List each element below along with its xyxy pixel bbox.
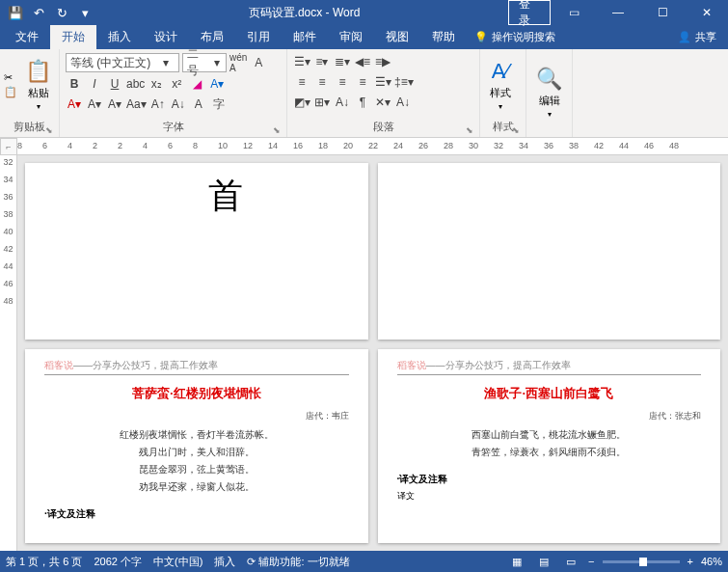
highlight-icon[interactable]: A▾ [66,95,83,113]
copy-icon[interactable]: 📋 [4,86,17,98]
tab-home[interactable]: 开始 [50,25,96,49]
tab-insert[interactable]: 插入 [96,25,143,49]
phonetic-icon[interactable]: wénA [229,54,247,71]
zoom-in-icon[interactable]: + [688,556,693,567]
login-button[interactable]: 登录 [508,0,551,25]
italic-button[interactable]: I [86,75,103,93]
group-clipboard: 剪贴板⬊ [4,119,55,135]
paragraph-launcher[interactable]: ⬊ [466,125,473,135]
clear-format-icon[interactable]: ◢ [188,75,205,93]
styles-icon: A⁄ [492,59,509,84]
increase-indent-icon[interactable]: ≡▶ [374,53,391,70]
view-web-icon[interactable]: ▭ [561,554,580,569]
page-3[interactable]: 稻客说——分享办公技巧，提高工作效率 菩萨蛮·红楼别夜堪惆怅 唐代：韦庄 红楼别… [25,349,368,543]
borders-icon[interactable]: ⊞▾ [313,94,331,111]
horizontal-ruler[interactable]: ⌐ 86422468101214161820222426283032343638… [0,138,728,155]
font-launcher[interactable]: ⬊ [273,125,281,135]
styles-launcher[interactable]: ⬊ [512,125,520,135]
status-insert[interactable]: 插入 [214,555,235,569]
find-icon: 🔍 [536,67,562,92]
distribute-icon[interactable]: ☰▾ [374,73,391,91]
editing-button[interactable]: 🔍 编辑 ▾ [530,65,568,121]
ribbon-display-icon[interactable]: ▭ [553,0,595,25]
circled-icon[interactable]: 字 [210,95,228,113]
vertical-ruler[interactable]: 323436384042444648 [0,155,17,551]
line-spacing-icon[interactable]: ‡≡▾ [394,73,414,91]
multilevel-icon[interactable]: ≣▾ [334,53,351,70]
shading-icon[interactable]: ◩▾ [293,94,310,111]
close-icon[interactable]: ✕ [686,0,728,25]
align-left-icon[interactable]: ≡ [293,73,310,91]
rtl-icon[interactable]: A↓ [394,94,412,111]
status-page[interactable]: 第 1 页，共 6 页 [6,555,82,569]
enclose-icon[interactable]: Aa▾ [126,95,147,113]
page3-header: 稻客说——分享办公技巧，提高工作效率 [44,359,349,375]
tab-references[interactable]: 引用 [235,25,282,49]
strike-button[interactable]: abc [126,75,145,93]
text-effects-icon[interactable]: A▾ [208,75,226,93]
bullets-icon[interactable]: ☰▾ [293,53,310,70]
maximize-icon[interactable]: ☐ [641,0,684,25]
superscript-button[interactable]: x² [168,75,185,93]
align-right-icon[interactable]: ≡ [334,73,351,91]
zoom-level[interactable]: 46% [701,556,722,567]
align-center-icon[interactable]: ≡ [313,73,331,91]
ltr-icon[interactable]: ✕▾ [374,94,391,111]
page3-section: ·译文及注释 [44,507,349,521]
undo-icon[interactable]: ↶ [31,5,46,20]
share-icon: 👤 [678,31,691,43]
tab-view[interactable]: 视图 [374,25,420,49]
clipboard-launcher[interactable]: ⬊ [45,125,53,135]
font-size-combo[interactable]: 二号▾ [182,53,227,72]
bold-button[interactable]: B [66,75,83,93]
page-4[interactable]: 稻客说——分享办公技巧，提高工作效率 渔歌子·西塞山前白鹭飞 唐代：张志和 西塞… [378,349,721,543]
redo-icon[interactable]: ↻ [54,5,69,20]
font-name-combo[interactable]: 等线 (中文正文)▾ [66,53,179,72]
font-color-icon[interactable]: A▾ [86,95,103,113]
ruler-toggle[interactable]: ⌐ [0,138,17,155]
underline-button[interactable]: U [106,75,123,93]
tell-me[interactable]: 💡操作说明搜索 [474,30,555,44]
shrink-font-icon[interactable]: A↓ [170,95,187,113]
tab-review[interactable]: 审阅 [328,25,374,49]
tab-file[interactable]: 文件 [4,25,50,49]
char-shading-icon[interactable]: A▾ [106,95,123,113]
group-styles: 样式⬊ [484,119,522,135]
status-words[interactable]: 2062 个字 [94,555,142,569]
window-title: 页码设置.docx - Word [100,5,508,21]
cut-icon[interactable]: ✂ [4,71,17,84]
minimize-icon[interactable]: — [597,0,639,25]
change-case-icon[interactable]: A [190,95,207,113]
page-2[interactable] [378,163,721,340]
save-icon[interactable]: 💾 [8,5,23,20]
grow-font-icon[interactable]: A↑ [149,95,167,113]
styles-button[interactable]: A⁄ 样式 ▾ [484,57,517,113]
zoom-slider[interactable] [603,560,680,563]
show-marks-icon[interactable]: ¶ [354,94,371,111]
numbering-icon[interactable]: ≡▾ [313,53,331,70]
tab-design[interactable]: 设计 [143,25,189,49]
subscript-button[interactable]: x₂ [148,75,165,93]
paste-button[interactable]: 📋 粘贴 ▾ [19,57,57,113]
status-accessibility[interactable]: ⟳ 辅助功能: 一切就绪 [247,555,349,569]
group-paragraph: 段落⬊ [291,119,475,135]
page3-author: 唐代：韦庄 [44,410,349,422]
share-button[interactable]: 👤共享 [678,30,724,44]
status-lang[interactable]: 中文(中国) [153,555,202,569]
view-read-icon[interactable]: ▦ [507,554,526,569]
justify-icon[interactable]: ≡ [354,73,371,91]
page4-section: ·译文及注释 [397,473,702,486]
page4-sub: 译文 [397,490,702,503]
tab-help[interactable]: 帮助 [420,25,467,49]
tab-mailings[interactable]: 邮件 [282,25,328,49]
decrease-indent-icon[interactable]: ◀≡ [354,53,371,70]
view-print-icon[interactable]: ▤ [534,554,553,569]
qat-more-icon[interactable]: ▾ [77,5,93,20]
document-area[interactable]: 首 稻客说——分享办公技巧，提高工作效率 菩萨蛮·红楼别夜堪惆怅 唐代：韦庄 红… [17,155,728,551]
page-1[interactable]: 首 [25,163,368,340]
page1-text: 首 [102,173,349,220]
zoom-out-icon[interactable]: − [588,556,594,567]
chevron-down-icon: ▾ [37,102,40,111]
sort-icon[interactable]: A↓ [334,94,351,111]
char-border-icon[interactable]: A [250,54,267,71]
